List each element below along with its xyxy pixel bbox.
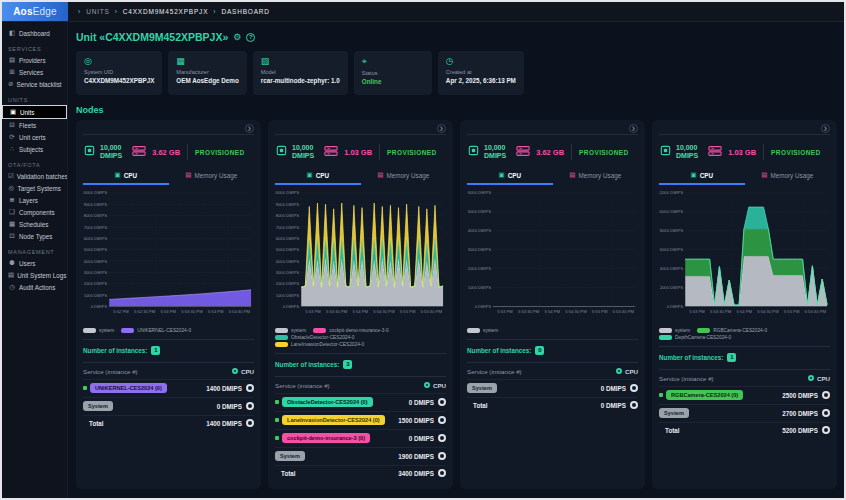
- legend-label: system: [291, 328, 306, 333]
- instances-label: Number of instances:: [83, 347, 147, 354]
- sidebar-item-label: Unit System Logs: [17, 272, 66, 279]
- sidebar-section-label: SERVICES: [8, 46, 61, 52]
- breadcrumb-item[interactable]: C4XXDM9M452XPBPJX: [123, 8, 209, 15]
- cpu-icon: [616, 368, 622, 374]
- service-chip[interactable]: ObstacleDetector-CES2024 (0): [282, 397, 373, 407]
- svg-text:4000 DMIPS: 4000 DMIPS: [660, 266, 684, 271]
- sidebar-item-subjects[interactable]: ∴Subjects: [2, 143, 67, 155]
- expand-icon[interactable]: ❯: [245, 124, 254, 133]
- service-chip[interactable]: LaneInvasionDetector-CES2024 (0): [282, 415, 385, 425]
- cpu-gauge-icon: [438, 452, 446, 460]
- expand-icon[interactable]: ❯: [629, 124, 638, 133]
- cpu-column-header: CPU: [241, 368, 254, 375]
- breadcrumb-item[interactable]: UNITS: [86, 8, 110, 15]
- node-resources-row: 10,000DMIPS 3.62 GB PROVISIONED: [83, 140, 254, 168]
- cpu-tab-icon: ▣: [307, 171, 313, 179]
- service-chip[interactable]: System: [467, 383, 497, 393]
- legend-swatch: [83, 328, 96, 333]
- running-indicator: [275, 400, 279, 404]
- service-chip[interactable]: System: [275, 451, 305, 461]
- svg-text:4000 DMIPS: 4000 DMIPS: [84, 259, 108, 264]
- breadcrumb-item[interactable]: DASHBOARD: [221, 8, 269, 15]
- running-indicator: [275, 418, 279, 422]
- unit-settings-gear-icon[interactable]: ⚙: [233, 32, 241, 42]
- sidebar-item-schedules[interactable]: ▦Schedules: [2, 218, 67, 230]
- tab-cpu[interactable]: ▣ CPU: [659, 168, 745, 185]
- node-ram-capacity: 1.03 GB: [728, 148, 756, 157]
- services-table: Service (instance #) CPU ObstacleDetecto…: [275, 376, 446, 481]
- legend-label: UNIKERNEL-CES2024-0: [137, 328, 191, 333]
- svg-text:5:53:30 PM: 5:53:30 PM: [326, 309, 348, 314]
- node-card-header: ❯: [659, 126, 830, 135]
- legend-label: DepthCamera-CES2024-0: [675, 335, 731, 340]
- svg-text:5:54 PM: 5:54 PM: [353, 309, 369, 314]
- cpu-gauge-icon: [822, 391, 830, 399]
- service-chip[interactable]: System: [83, 401, 113, 411]
- sidebar-item-components[interactable]: ❏Components: [2, 206, 67, 218]
- sidebar-item-target-systems[interactable]: ◎Target Systems: [2, 182, 67, 194]
- cpu-tab-icon: ▣: [691, 171, 697, 179]
- total-label: Total: [467, 402, 488, 409]
- sidebar-item-units[interactable]: ▣Units: [2, 105, 67, 119]
- service-cpu-value: 0 DMIPS: [601, 402, 626, 409]
- sidebar-section-label: OTA/FOTA: [8, 162, 61, 168]
- number-of-instances-row: Number of instances: 0: [467, 339, 638, 355]
- svg-text:0 DMIPS: 0 DMIPS: [91, 304, 108, 309]
- tab-memory-usage[interactable]: ▤ Memory Usage: [169, 168, 255, 185]
- tab-memory-usage[interactable]: ▤ Memory Usage: [361, 168, 447, 185]
- info-card-label: Manufacturer: [176, 69, 238, 75]
- number-of-instances-row: Number of instances: 1: [83, 339, 254, 355]
- tab-cpu[interactable]: ▣ CPU: [83, 168, 169, 185]
- sidebar-item-unit-certs[interactable]: ⟳Unit certs: [2, 131, 67, 143]
- cpu-column-header: CPU: [817, 375, 830, 382]
- validation-batches-icon: ☑: [8, 172, 14, 180]
- tab-memory-usage[interactable]: ▤ Memory Usage: [745, 168, 831, 185]
- sidebar-item-layers[interactable]: ≣Layers: [2, 194, 67, 206]
- sidebar-item-service-blacklist[interactable]: ⊘Service blacklist: [2, 78, 67, 90]
- help-icon[interactable]: ?: [246, 33, 255, 42]
- legend-item: cockpit-demo-insurance-3-0: [313, 328, 388, 333]
- unit-system-logs-icon: ▤: [8, 271, 14, 279]
- aosedge-logo[interactable]: AosEdge: [2, 2, 68, 21]
- sidebar-item-users[interactable]: ⚉Users: [2, 257, 67, 269]
- total-label: Total: [83, 420, 104, 427]
- sidebar-item-services[interactable]: ⊞Services: [2, 66, 67, 78]
- legend-label: system: [675, 328, 690, 333]
- sidebar-item-unit-system-logs[interactable]: ▤Unit System Logs: [2, 269, 67, 281]
- legend-swatch: [275, 335, 288, 340]
- service-chip[interactable]: RGBCamera-CES2024 (0): [666, 390, 743, 400]
- tab-memory-usage[interactable]: ▤ Memory Usage: [553, 168, 639, 185]
- expand-icon[interactable]: ❯: [821, 124, 830, 133]
- node-tabs: ▣ CPU ▤ Memory Usage: [275, 168, 446, 185]
- sidebar-item-validation-batches[interactable]: ☑Validation batches: [2, 170, 67, 182]
- legend-item: system: [83, 328, 114, 333]
- cpu-chip-icon: [659, 143, 672, 161]
- node-resources-row: 10,000DMIPS 3.62 GB PROVISIONED: [467, 140, 638, 168]
- services-icon: ⊞: [8, 68, 16, 76]
- node-card: ❯ 10,000DMIPS 3.62 GB PROVISIONED ▣ CPU …: [76, 120, 261, 489]
- service-chip[interactable]: cockpit-demo-insurance-3 (0): [282, 433, 370, 443]
- sidebar-item-audit-actions[interactable]: ◷Audit Actions: [2, 281, 67, 293]
- sidebar-item-label: Audit Actions: [19, 284, 55, 291]
- service-row: Total0 DMIPS: [467, 397, 638, 413]
- sidebar-item-dashboard[interactable]: ◧Dashboard: [2, 27, 67, 39]
- legend-swatch: [121, 328, 134, 333]
- breadcrumb-separator-icon: ›: [78, 8, 81, 15]
- manufacturer-icon: ▦: [176, 56, 238, 66]
- ram-icon: [516, 143, 530, 161]
- legend-swatch: [697, 328, 710, 333]
- services-table-header: Service (instance #) CPU: [275, 377, 446, 393]
- node-cpu-capacity: 10,000DMIPS: [100, 144, 122, 160]
- sidebar-item-fleets[interactable]: ⊟Fleets: [2, 119, 67, 131]
- tab-cpu[interactable]: ▣ CPU: [275, 168, 361, 185]
- service-chip[interactable]: UNIKERNEL-CES2024 (0): [90, 383, 167, 393]
- tab-label: CPU: [316, 172, 329, 179]
- expand-icon[interactable]: ❯: [437, 124, 446, 133]
- sidebar-item-providers[interactable]: ▤Providers: [2, 54, 67, 66]
- service-chip[interactable]: System: [659, 408, 689, 418]
- chart-legend: system: [467, 328, 638, 333]
- sidebar-item-label: Node Types: [19, 233, 53, 240]
- sidebar-item-node-types[interactable]: ⊡Node Types: [2, 230, 67, 242]
- tab-cpu[interactable]: ▣ CPU: [467, 168, 553, 185]
- total-label: Total: [275, 470, 296, 477]
